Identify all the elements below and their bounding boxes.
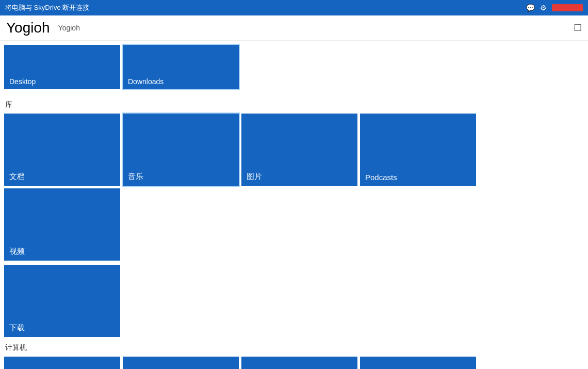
tile-documents-label: 文档 bbox=[9, 172, 25, 182]
window-button[interactable]: ☐ bbox=[574, 22, 582, 34]
tile-xiazai-label: 下载 bbox=[9, 323, 25, 333]
settings-icon[interactable]: ⚙ bbox=[540, 4, 547, 12]
library-row2: 下载 bbox=[0, 263, 588, 339]
user-header: Yogioh Yogioh ☐ bbox=[0, 15, 588, 41]
main-content: 库 文档 音乐 图片 Podcasts 视频 下载 计算机 System (C:… bbox=[0, 91, 588, 369]
tile-xiazai[interactable]: 下载 bbox=[4, 265, 120, 337]
user-name-main: Yogioh bbox=[6, 20, 50, 36]
top-tiles-container: Desktop Downloads bbox=[0, 41, 588, 91]
tile-temp-e[interactable]: Temp (E:) bbox=[241, 357, 357, 369]
tile-desktop[interactable]: Desktop bbox=[4, 45, 120, 89]
tile-podcasts-label: Podcasts bbox=[365, 173, 397, 182]
tile-documents[interactable]: 文档 bbox=[4, 114, 120, 186]
tile-downloads[interactable]: Downloads bbox=[123, 45, 239, 89]
tile-videos[interactable]: 视频 bbox=[4, 188, 120, 261]
titlebar-icons: 💬 ⚙ bbox=[526, 4, 583, 12]
tile-podcasts[interactable]: Podcasts bbox=[360, 114, 476, 186]
tile-music-label: 音乐 bbox=[128, 172, 143, 182]
tile-game-f[interactable]: Game (F:) bbox=[360, 357, 476, 369]
computer-row1: System (C:) So&Doc (D:) Temp (E:) Game (… bbox=[0, 355, 588, 369]
user-name-sub: Yogioh bbox=[58, 24, 80, 32]
tile-sodoc-d[interactable]: So&Doc (D:) bbox=[123, 357, 239, 369]
tile-music[interactable]: 音乐 bbox=[123, 114, 239, 186]
section-label-library: 库 bbox=[0, 96, 588, 111]
tile-desktop-label: Desktop bbox=[9, 77, 36, 86]
chat-icon[interactable]: 💬 bbox=[526, 4, 535, 12]
tile-downloads-label: Downloads bbox=[128, 77, 164, 86]
tile-pictures-label: 图片 bbox=[247, 172, 262, 182]
library-row1: 文档 音乐 图片 Podcasts 视频 bbox=[0, 111, 588, 263]
titlebar-text: 将电脑与 SkyDrive 断开连接 bbox=[5, 3, 89, 12]
tile-videos-label: 视频 bbox=[9, 247, 25, 256]
tile-system-c[interactable]: System (C:) bbox=[4, 357, 120, 369]
section-label-computer: 计算机 bbox=[0, 339, 588, 355]
red-bar bbox=[552, 4, 583, 11]
tile-pictures[interactable]: 图片 bbox=[241, 114, 357, 186]
titlebar: 将电脑与 SkyDrive 断开连接 💬 ⚙ bbox=[0, 0, 588, 15]
